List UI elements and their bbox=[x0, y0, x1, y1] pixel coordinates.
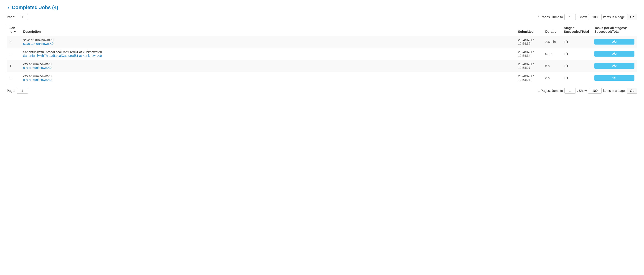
pages-info-top: 1 Pages. Jump to bbox=[538, 15, 563, 19]
cell-description: save at <unknown>:0save at <unknown>:0 bbox=[20, 36, 515, 48]
page-label-top: Page: bbox=[7, 15, 15, 19]
col-header-duration: Duration bbox=[542, 24, 561, 36]
page-input-top[interactable] bbox=[16, 14, 28, 20]
section-header: ▼ Completed Jobs (4) bbox=[7, 4, 637, 10]
cell-job-id: 2 bbox=[7, 48, 20, 60]
go-button-top[interactable]: Go bbox=[627, 14, 637, 20]
tasks-progress-bar[interactable]: 2/2 bbox=[594, 39, 634, 44]
pagination-right-top: 1 Pages. Jump to . Show items in a page.… bbox=[538, 14, 637, 20]
jump-input-top[interactable] bbox=[564, 14, 576, 20]
table-row: 0csv at <unknown>:0csv at <unknown>:0202… bbox=[7, 72, 637, 84]
show-label-bottom: . Show bbox=[577, 89, 587, 92]
cell-stages: 1/1 bbox=[561, 60, 592, 72]
cell-duration: 0.1 s bbox=[542, 48, 561, 60]
table-row: 3save at <unknown>:0save at <unknown>:02… bbox=[7, 36, 637, 48]
pagination-right-bottom: 1 Pages. Jump to . Show items in a page.… bbox=[538, 88, 637, 94]
pagination-left-bottom: Page: bbox=[7, 88, 28, 94]
toggle-icon[interactable]: ▼ bbox=[7, 6, 10, 9]
table-row: 2$anonfun$withThreadLocalCaptured$1 at <… bbox=[7, 48, 637, 60]
cell-stages: 1/1 bbox=[561, 72, 592, 84]
tasks-progress-bar[interactable]: 1/1 bbox=[594, 75, 634, 81]
desc-line1: csv at <unknown>:0 bbox=[23, 62, 512, 66]
col-header-job-id[interactable]: JobId ▼ bbox=[7, 24, 20, 36]
show-input-bottom[interactable] bbox=[588, 88, 602, 94]
jump-input-bottom[interactable] bbox=[564, 88, 576, 94]
desc-line1: csv at <unknown>:0 bbox=[23, 74, 512, 78]
cell-job-id: 3 bbox=[7, 36, 20, 48]
desc-link[interactable]: csv at <unknown>:0 bbox=[23, 66, 512, 69]
pagination-bar-top: Page: 1 Pages. Jump to . Show items in a… bbox=[7, 14, 637, 20]
cell-description: csv at <unknown>:0csv at <unknown>:0 bbox=[20, 72, 515, 84]
cell-job-id: 1 bbox=[7, 60, 20, 72]
pagination-bar-bottom: Page: 1 Pages. Jump to . Show items in a… bbox=[7, 88, 637, 94]
cell-submitted: 2024/07/1712:54:24 bbox=[515, 72, 542, 84]
tasks-progress-bar[interactable]: 2/2 bbox=[594, 63, 634, 69]
go-button-bottom[interactable]: Go bbox=[627, 88, 637, 94]
cell-stages: 1/1 bbox=[561, 36, 592, 48]
table-header-row: JobId ▼ Description Submitted Duration S… bbox=[7, 24, 637, 36]
cell-description: $anonfun$withThreadLocalCaptured$1 at <u… bbox=[20, 48, 515, 60]
items-label-bottom: items in a page. bbox=[603, 89, 626, 92]
desc-link[interactable]: save at <unknown>:0 bbox=[23, 42, 512, 45]
cell-stages: 1/1 bbox=[561, 48, 592, 60]
page-label-bottom: Page: bbox=[7, 89, 15, 92]
cell-job-id: 0 bbox=[7, 72, 20, 84]
cell-submitted: 2024/07/1712:54:34 bbox=[515, 48, 542, 60]
cell-duration: 6 s bbox=[542, 60, 561, 72]
cell-tasks: 2/2 bbox=[592, 48, 637, 60]
desc-line1: save at <unknown>:0 bbox=[23, 38, 512, 42]
cell-tasks: 1/1 bbox=[592, 72, 637, 84]
desc-link[interactable]: csv at <unknown>:0 bbox=[23, 78, 512, 82]
col-header-tasks: Tasks (for all stages):Succeeded/Total bbox=[592, 24, 637, 36]
show-label-top: . Show bbox=[577, 15, 587, 19]
cell-submitted: 2024/07/1712:54:27 bbox=[515, 60, 542, 72]
cell-duration: 2.6 min bbox=[542, 36, 561, 48]
col-header-submitted: Submitted bbox=[515, 24, 542, 36]
page-input-bottom[interactable] bbox=[16, 88, 28, 94]
cell-tasks: 2/2 bbox=[592, 60, 637, 72]
col-header-stages: Stages:Succeeded/Total bbox=[561, 24, 592, 36]
desc-link[interactable]: $anonfun$withThreadLocalCaptured$1 at <u… bbox=[23, 54, 512, 57]
cell-submitted: 2024/07/1712:54:35 bbox=[515, 36, 542, 48]
col-header-description: Description bbox=[20, 24, 515, 36]
cell-duration: 3 s bbox=[542, 72, 561, 84]
pages-info-bottom: 1 Pages. Jump to bbox=[538, 89, 563, 92]
pagination-left-top: Page: bbox=[7, 14, 28, 20]
jobs-table: JobId ▼ Description Submitted Duration S… bbox=[7, 24, 637, 84]
table-row: 1csv at <unknown>:0csv at <unknown>:0202… bbox=[7, 60, 637, 72]
tasks-progress-bar[interactable]: 2/2 bbox=[594, 51, 634, 57]
desc-line1: $anonfun$withThreadLocalCaptured$1 at <u… bbox=[23, 50, 512, 54]
section-title: Completed Jobs (4) bbox=[12, 4, 58, 10]
show-input-top[interactable] bbox=[588, 14, 602, 20]
cell-tasks: 2/2 bbox=[592, 36, 637, 48]
items-label-top: items in a page. bbox=[603, 15, 626, 19]
sort-icon-job-id: ▼ bbox=[14, 30, 16, 33]
cell-description: csv at <unknown>:0csv at <unknown>:0 bbox=[20, 60, 515, 72]
